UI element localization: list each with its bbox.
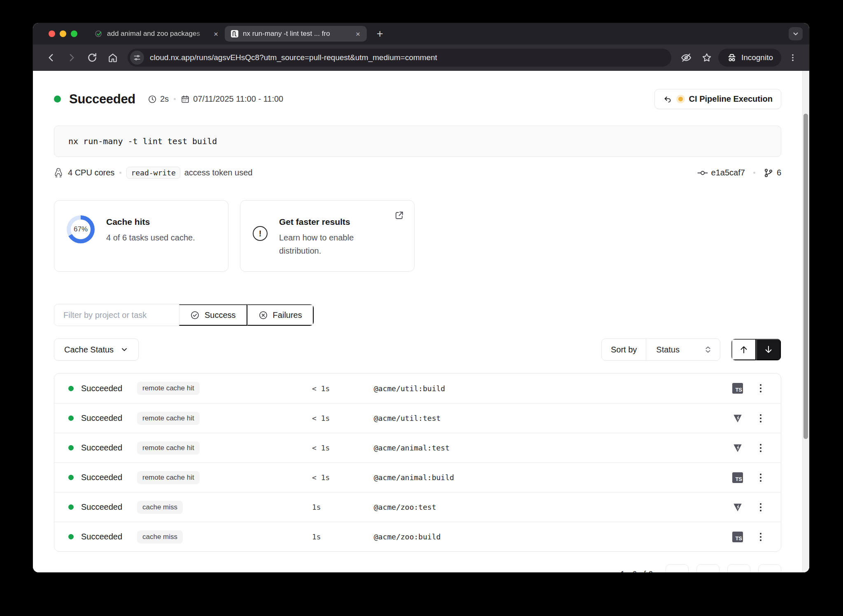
back-button[interactable]: [42, 49, 60, 67]
commit-icon: [697, 168, 708, 177]
row-status: Succeeded: [81, 473, 137, 482]
faster-results-card[interactable]: ! Get faster results Learn how to enable…: [240, 200, 415, 272]
cache-status-label: Cache Status: [64, 345, 114, 355]
external-link-icon[interactable]: [394, 210, 404, 220]
return-arrow-icon: [663, 95, 672, 104]
page-content: Succeeded 2s 07/11/2025 11:00 - 11:00 CI…: [33, 71, 809, 572]
bookmark-button[interactable]: [698, 49, 716, 67]
first-page-button[interactable]: «: [666, 564, 689, 572]
sort-ascending-button[interactable]: [731, 339, 756, 360]
cache-percent: 67%: [67, 215, 95, 243]
status-dot: [68, 386, 74, 391]
row-menu-button[interactable]: [752, 384, 769, 392]
commit-hash[interactable]: e1a5caf7: [711, 168, 745, 177]
page-title: Succeeded: [69, 92, 135, 107]
sort-select[interactable]: Status: [646, 339, 720, 360]
run-header: Succeeded 2s 07/11/2025 11:00 - 11:00 CI…: [54, 89, 781, 109]
row-menu-button[interactable]: [752, 474, 769, 482]
next-page-button[interactable]: ›: [727, 564, 750, 572]
faster-card-title: Get faster results: [279, 217, 374, 227]
close-window-button[interactable]: [49, 30, 55, 37]
tab-close-icon[interactable]: ×: [213, 30, 219, 38]
row-menu-button[interactable]: [752, 503, 769, 511]
star-icon: [701, 52, 712, 63]
minimize-window-button[interactable]: [60, 30, 66, 37]
forward-button[interactable]: [63, 49, 81, 67]
branch-count[interactable]: 6: [777, 168, 781, 177]
row-task-name[interactable]: @acme/zoo:build: [374, 532, 723, 541]
row-status: Succeeded: [81, 443, 137, 453]
clock-icon: [148, 95, 157, 104]
table-row[interactable]: Succeededremote cache hit < 1s @acme/ani…: [54, 462, 781, 492]
previous-page-button[interactable]: ‹: [696, 564, 720, 572]
vitest-icon: [723, 502, 752, 513]
row-duration: < 1s: [312, 414, 374, 422]
row-task-name[interactable]: @acme/animal:build: [374, 473, 723, 482]
table-row[interactable]: Succeededcache miss 1s @acme/zoo:build T…: [54, 522, 781, 551]
access-token-suffix: access token used: [184, 168, 253, 177]
status-dot: [68, 504, 74, 510]
scrollbar-thumb[interactable]: [803, 114, 808, 439]
status-dot: [54, 96, 61, 103]
cache-status-dropdown[interactable]: Cache Status: [54, 338, 139, 361]
browser-toolbar: cloud.nx.app/runs/agsvEHsQc8?utm_source=…: [33, 44, 809, 71]
new-tab-button[interactable]: +: [373, 28, 387, 40]
row-menu-button[interactable]: [752, 444, 769, 452]
separator-dot: [119, 172, 121, 174]
cache-card-title: Cache hits: [106, 217, 195, 227]
linux-penguin-icon: [54, 168, 63, 178]
eye-off-icon: [681, 52, 692, 63]
row-menu-button[interactable]: [752, 533, 769, 541]
table-row[interactable]: Succeededcache miss 1s @acme/zoo:test: [54, 492, 781, 522]
preview-hidden-button[interactable]: [677, 49, 695, 67]
last-page-button[interactable]: »: [758, 564, 781, 572]
maximize-window-button[interactable]: [71, 30, 77, 37]
vitest-icon: [723, 443, 752, 453]
reload-button[interactable]: [83, 49, 101, 67]
filter-row: Success Failures: [54, 304, 781, 326]
access-token-chip: read-write: [126, 167, 180, 179]
task-table: Succeededremote cache hit < 1s @acme/uti…: [54, 373, 781, 552]
sort-group: Sort by Status: [601, 338, 720, 361]
command-text: nx run-many -t lint test build: [68, 136, 217, 146]
check-circle-icon: [190, 310, 200, 320]
site-settings-icon[interactable]: [130, 51, 144, 65]
x-circle-icon: [258, 310, 268, 320]
browser-tab-nx-run[interactable]: nx run-many -t lint test ... fro ×: [225, 26, 367, 42]
filter-success-button[interactable]: Success: [179, 304, 247, 326]
separator-dot: [753, 172, 755, 174]
tab-close-icon[interactable]: ×: [355, 30, 361, 38]
calendar-icon: [181, 95, 190, 104]
forward-icon: [66, 52, 77, 63]
filter-input[interactable]: [54, 304, 179, 326]
filter-failures-button[interactable]: Failures: [247, 304, 314, 326]
window-controls[interactable]: [33, 30, 89, 37]
row-menu-button[interactable]: [752, 414, 769, 422]
run-meta-row: 4 CPU cores read-write access token used…: [54, 167, 781, 179]
browser-menu-button[interactable]: [784, 49, 802, 67]
row-task-name[interactable]: @acme/animal:test: [374, 443, 723, 452]
table-row[interactable]: Succeededremote cache hit < 1s @acme/uti…: [54, 403, 781, 433]
address-bar[interactable]: cloud.nx.app/runs/agsvEHsQc8?utm_source=…: [128, 49, 671, 67]
pr-check-icon: [95, 30, 103, 38]
cpu-cores-label: 4 CPU cores: [68, 168, 114, 177]
row-task-name[interactable]: @acme/util:build: [374, 384, 723, 393]
table-row[interactable]: Succeededremote cache hit < 1s @acme/ani…: [54, 433, 781, 462]
pipeline-execution-button[interactable]: CI Pipeline Execution: [654, 89, 781, 109]
pagination-label: 1 - 6 of 6: [620, 569, 653, 573]
table-row[interactable]: Succeededremote cache hit < 1s @acme/uti…: [54, 373, 781, 403]
sort-descending-button[interactable]: [756, 339, 781, 360]
cache-status-chip: cache miss: [137, 501, 183, 514]
row-task-name[interactable]: @acme/zoo:test: [374, 503, 723, 511]
tab-search-button[interactable]: [789, 27, 803, 40]
row-task-name[interactable]: @acme/util:test: [374, 414, 723, 422]
home-button[interactable]: [104, 49, 122, 67]
failures-label: Failures: [273, 310, 302, 320]
browser-tab-pr[interactable]: add animal and zoo packages ×: [89, 26, 225, 42]
incognito-icon: [727, 52, 737, 63]
alert-circle-icon: !: [253, 226, 268, 241]
incognito-badge[interactable]: Incognito: [718, 49, 781, 67]
cache-hits-card[interactable]: 67% Cache hits 4 of 6 tasks used cache.: [54, 200, 228, 272]
status-dot: [68, 534, 74, 539]
scrollbar[interactable]: [802, 71, 809, 572]
